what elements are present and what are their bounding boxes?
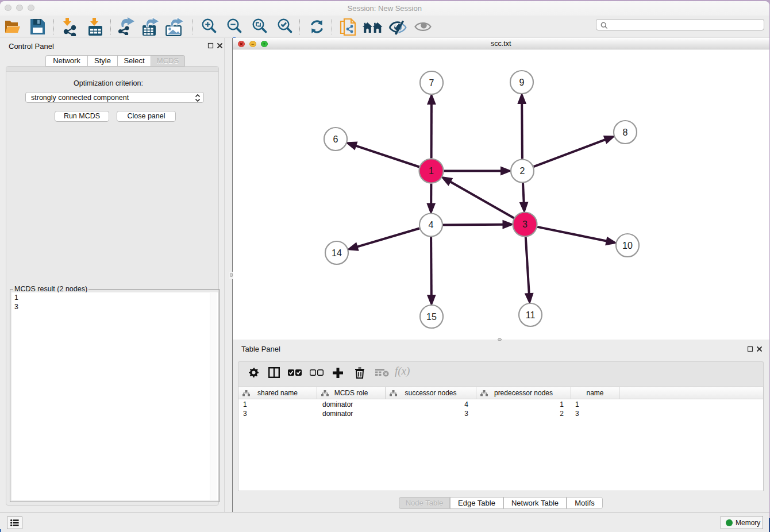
svg-text:15: 15 (426, 312, 437, 322)
svg-text:3: 3 (522, 219, 528, 229)
svg-text:8: 8 (623, 128, 628, 137)
svg-text:10: 10 (622, 241, 633, 250)
svg-text:6: 6 (333, 134, 338, 144)
svg-text:2: 2 (520, 166, 525, 176)
svg-text:4: 4 (429, 220, 434, 230)
svg-text:11: 11 (526, 310, 536, 320)
svg-text:1: 1 (429, 166, 434, 176)
svg-text:14: 14 (332, 248, 342, 258)
svg-text:9: 9 (519, 78, 525, 87)
svg-text:7: 7 (429, 78, 434, 88)
